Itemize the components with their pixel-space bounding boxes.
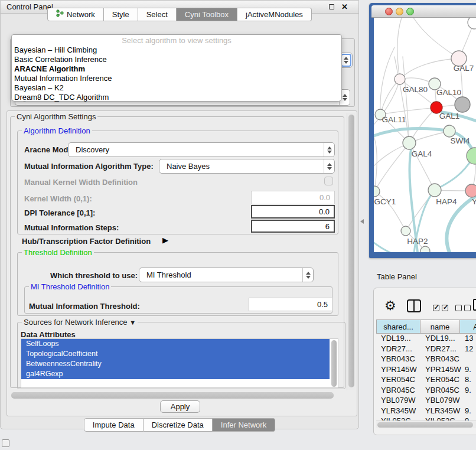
column-header-name[interactable]: name [420,319,460,334]
table-row[interactable]: YIL052CYIL052C9. [376,416,476,420]
unchecked-boxes-icon[interactable] [455,303,471,314]
algorithm-option[interactable]: Basic Correlation Inference [14,55,339,64]
attribute-list-item[interactable]: gal4RGexp [21,369,330,379]
table-hscrollbar-thumb[interactable] [377,422,473,428]
gear-icon[interactable]: ⚙ [384,299,396,312]
settings-vscrollbar-thumb[interactable] [348,115,354,387]
mi-threshold-field[interactable]: 0.5 [249,298,332,311]
attribute-list-item[interactable]: TopologicalCoefficient [21,349,330,359]
network-node-gal4[interactable] [403,136,416,149]
tab-discretize-data[interactable]: Discretize Data [144,418,213,432]
table-row[interactable]: YER054CYER054C8. [376,374,476,385]
mi-steps-field[interactable]: 6 [251,220,335,233]
network-node-yj[interactable] [465,184,476,197]
panel-dock-icon[interactable] [2,439,9,447]
network-node-gal80[interactable] [395,74,405,84]
minimize-traffic-light-icon[interactable] [396,8,403,15]
network-node[interactable] [420,246,430,252]
network-node-gcy1[interactable] [374,186,380,197]
network-node[interactable] [468,18,476,29]
table-row[interactable]: YDL19...YDL19...13 [376,333,476,344]
algorithm-option[interactable]: Mutual Information Inference [14,74,339,83]
tab-cyni-toolbox[interactable]: Cyni Toolbox [177,8,237,21]
tab-jactivemnodules[interactable]: jActiveMNodules [237,8,312,21]
group-title: Cyni Algorithm Settings [15,112,97,121]
network-node-hap2[interactable] [401,226,410,236]
settings-vscrollbar-track[interactable] [347,113,356,390]
close-traffic-light-icon[interactable] [385,8,393,15]
hub-section-label[interactable]: Hub/Transcription Factor Definition [22,237,151,246]
network-window-titlebar[interactable] [371,5,476,18]
dropdown-placeholder: Select algorithm to view settings [12,36,341,45]
network-edge[interactable] [380,107,436,115]
table-cell: YER054C [381,375,415,384]
attribute-list-item[interactable]: BetweennessCentrality [21,359,330,369]
table-cell: 9. [465,386,471,394]
zoom-traffic-light-icon[interactable] [406,8,414,15]
algorithm-option[interactable]: Bayesian – K2 [14,83,339,93]
tab-label: Network [67,8,95,21]
tab-network[interactable]: Network [47,8,104,21]
network-edge[interactable] [397,18,402,79]
dpi-tolerance-field[interactable]: 0.0 [251,205,335,219]
network-node[interactable] [455,97,470,112]
apply-button[interactable]: Apply [160,400,200,413]
kernel-width-field[interactable]: 0.0 [251,191,335,204]
manual-kernel-checkbox[interactable] [324,177,333,185]
mi-type-select[interactable]: Naive Bayes [159,159,335,174]
tab-label: Style [112,8,129,21]
table-row[interactable]: YBL079WYBL079W [376,395,476,406]
attribute-list-item[interactable]: SelfLoops [21,339,330,349]
network-canvas[interactable]: GAL7GAL80GAL10GAL1GAL11SWI4GAL4GCY1HAP4Y… [374,18,476,252]
tab-select[interactable]: Select [138,8,177,21]
which-threshold-label: Which threshold to use: [50,271,138,280]
tab-label: Infer Network [221,419,266,431]
column-header-shared[interactable]: shared... [376,319,420,334]
tab-impute-data[interactable]: Impute Data [84,418,144,432]
network-node-swi4[interactable] [444,125,455,137]
network-node[interactable] [467,148,476,164]
table-cell: YDR27... [425,344,457,353]
page-icon[interactable] [473,299,476,311]
table-cell: 12 [465,344,473,353]
columns-icon[interactable] [407,299,421,312]
table-cell: YBR043C [425,354,459,363]
table-hscrollbar-track[interactable] [376,420,476,428]
expand-right-icon[interactable]: ▶ [162,236,168,244]
network-edge[interactable] [374,143,409,191]
tab-infer-network[interactable]: Infer Network [213,418,275,432]
table-row[interactable]: YLR345WYLR345W9. [376,406,476,416]
table-row[interactable]: YPR145WYPR145W9. [376,364,476,375]
network-edge[interactable] [413,18,459,58]
network-edge[interactable] [380,79,400,115]
which-threshold-select[interactable]: MI Threshold [139,268,314,282]
data-attributes-list[interactable]: SelfLoopsTopologicalCoefficientBetweenne… [21,338,338,388]
network-node-hap4[interactable] [428,184,441,197]
network-node-label: GAL80 [403,85,428,94]
tab-style[interactable]: Style [104,8,138,21]
table-row[interactable]: YDR27...YDR27...12 [376,344,476,354]
network-node-label: HAP4 [436,197,457,206]
table-row[interactable]: YBR045CYBR045C9. [376,385,476,396]
algorithm-option[interactable]: ARACNE Algorithm [14,64,339,74]
group-title: Threshold Definition [22,248,94,257]
checked-boxes-icon[interactable] [433,303,448,314]
splitter-collapse-icon[interactable] [360,219,364,224]
aracne-mode-select[interactable]: Discovery [68,142,335,157]
algorithm-option[interactable]: Bayesian – Hill Climbing [14,45,339,55]
list-scrollbar-thumb[interactable] [331,340,337,387]
network-view-window[interactable]: GAL7GAL80GAL10GAL1GAL11SWI4GAL4GCY1HAP4Y… [369,3,476,258]
dpi-tolerance-label: DPI Tolerance [0,1]: [24,208,95,217]
column-header-partial[interactable]: A [460,319,476,334]
table-row[interactable]: YBR043CYBR043C [376,354,476,364]
table-cell: YBR045C [381,386,415,394]
settings-hscrollbar-thumb[interactable] [11,392,334,399]
network-node-label: GCY1 [374,197,396,206]
settings-hscrollbar-track[interactable] [10,392,344,399]
table-cell: YDR27... [381,344,412,353]
algorithm-option[interactable]: Dream8 DC_TDC Algorithm [14,93,339,102]
table-panel-title: Table Panel [377,272,417,281]
network-edge[interactable] [380,47,395,115]
network-edge[interactable] [400,58,459,79]
sources-group-title[interactable]: Sources for Network Inference ▼ [22,318,138,327]
